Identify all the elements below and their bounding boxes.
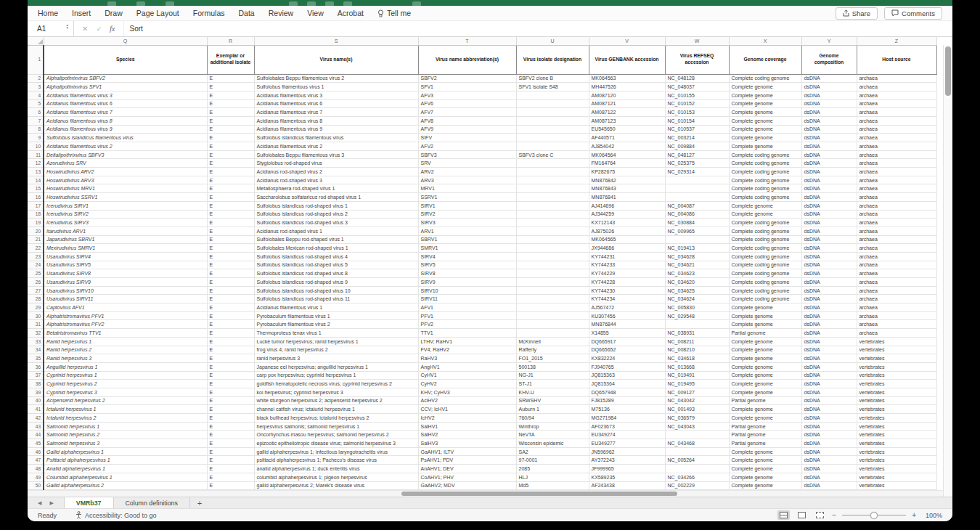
cell[interactable]: Betatristromavirus TTV1	[44, 329, 207, 338]
cell[interactable]: Complete coding genome	[729, 184, 801, 193]
ribbon-tab-draw[interactable]: Draw	[105, 9, 123, 17]
row-number-30[interactable]: 30	[28, 311, 44, 320]
cell[interactable]: archaea	[857, 201, 936, 210]
cell[interactable]: Sulfolobus filamentous virus 1	[254, 83, 418, 91]
cell[interactable]: E	[207, 125, 254, 134]
cell[interactable]: SFV1	[418, 83, 516, 91]
fx-icon[interactable]: fx	[110, 25, 115, 33]
cell[interactable]: Complete genome	[729, 346, 801, 354]
cell[interactable]: ST-J1	[516, 380, 589, 388]
cell[interactable]: 500138	[516, 362, 589, 371]
cell[interactable]: E	[207, 193, 254, 202]
cell[interactable]: Complete coding genome	[729, 235, 801, 244]
cell[interactable]: anatid alphaherpesvirus 1; duck enteriti…	[254, 465, 418, 473]
cell[interactable]: Acidianus filamentous virus 3	[44, 91, 207, 99]
normal-view-button[interactable]	[777, 510, 790, 520]
quick-access-icon[interactable]	[307, 1, 316, 6]
row-number-48[interactable]: 48	[28, 465, 44, 473]
cell[interactable]: AJ567472	[589, 303, 665, 312]
cell[interactable]: GaAHV2; MDV	[418, 481, 516, 490]
cell[interactable]: Acidianus filamentous virus 9	[254, 125, 418, 134]
cell[interactable]: JQ815364	[589, 380, 665, 388]
cell[interactable]: GaAHV1; ILTV	[418, 447, 516, 456]
cell[interactable]: E	[207, 337, 254, 346]
column-header-W[interactable]: W	[665, 37, 729, 45]
cell[interactable]	[665, 193, 729, 202]
cell[interactable]: DQ657948	[589, 388, 665, 396]
cell[interactable]: Complete genome	[729, 362, 801, 371]
cell[interactable]: E	[207, 447, 254, 456]
cell[interactable]: vertebrates	[857, 447, 936, 456]
cell[interactable]: Complete genome	[729, 116, 801, 125]
cell[interactable]: Complete genome	[729, 303, 801, 312]
cell[interactable]: KX712143	[589, 219, 665, 227]
cell[interactable]: Hoswirudivirus MRV1	[44, 184, 207, 193]
cell[interactable]: NC_034620	[665, 278, 729, 287]
cell[interactable]: archaea	[857, 176, 936, 184]
ribbon-tab-data[interactable]: Data	[239, 9, 255, 17]
cell[interactable]: Complete genome	[729, 320, 801, 329]
cell[interactable]: AM087123	[589, 116, 665, 125]
cell[interactable]: Sulfolobus islandicus rod-shaped virus 1…	[254, 295, 418, 303]
cell[interactable]: koi herpesvirus; cyprinid herpesvirus 3	[254, 388, 418, 396]
cell[interactable]: E	[207, 142, 254, 151]
cell[interactable]: archaea	[857, 210, 936, 219]
cell[interactable]: NC_019413	[665, 244, 729, 253]
cell[interactable]: Salmonid herpesvirus 3	[44, 439, 207, 448]
cell[interactable]	[665, 447, 729, 456]
cell[interactable]: Gallid alphaherpesvirus 2	[44, 481, 207, 490]
cell[interactable]: Complete genome	[729, 99, 801, 108]
name-box[interactable]: A1 ▲▼	[28, 21, 74, 36]
cell[interactable]: MH447526	[589, 83, 665, 91]
cell[interactable]: SIRV2	[418, 210, 516, 219]
cell[interactable]: SalHV2	[418, 431, 516, 439]
field-header[interactable]: Virus REFSEQ accession	[665, 45, 729, 74]
cell[interactable]: dsDNA	[801, 346, 857, 354]
cell[interactable]: Japarudivirus SBRV1	[44, 235, 207, 244]
cell[interactable]: Complete coding genome	[729, 261, 801, 269]
cell[interactable]: AFV3	[418, 91, 516, 99]
cell[interactable]: Partial genome	[729, 422, 801, 431]
cell[interactable]: NC_043042	[665, 396, 729, 405]
row-number-28[interactable]: 28	[28, 295, 44, 303]
cell[interactable]: SIRV11	[418, 295, 516, 303]
cell[interactable]: E	[207, 219, 254, 227]
cell[interactable]: Ranid herpesvirus 2	[44, 346, 207, 354]
cell[interactable]: carp pox herpesvirus; cyprinid herpesvir…	[254, 371, 418, 380]
cell[interactable]: Acidianus filamentous virus 1	[254, 303, 418, 312]
field-header[interactable]: Genome composition	[801, 45, 857, 74]
cell[interactable]	[516, 176, 589, 184]
cell[interactable]: E	[207, 295, 254, 303]
cell[interactable]: vertebrates	[857, 473, 936, 481]
row-number-2[interactable]: 2	[28, 74, 44, 83]
ribbon-tab-acrobat[interactable]: Acrobat	[338, 9, 364, 17]
cell[interactable]	[516, 201, 589, 210]
zoom-slider-thumb[interactable]	[870, 512, 878, 519]
page-layout-view-button[interactable]	[796, 510, 808, 520]
cell[interactable]: archaea	[857, 99, 936, 108]
cell[interactable]: Sulfolobus islandicus rod-shaped virus 8	[254, 269, 418, 278]
cell[interactable]: Complete genome	[729, 481, 801, 490]
cell[interactable]: E	[207, 244, 254, 253]
cell[interactable]: Sulfolobus islandicus filamentous virus	[254, 134, 418, 142]
cell[interactable]: dsDNA	[801, 74, 857, 83]
cell[interactable]: Anatid alphaherpesvirus 1	[44, 465, 207, 473]
cell[interactable]: NC_034625	[665, 286, 729, 295]
cell[interactable]: SIRV10	[418, 286, 516, 295]
cell[interactable]	[516, 210, 589, 219]
cell[interactable]: E	[207, 405, 254, 414]
cell[interactable]: archaea	[857, 168, 936, 176]
cell[interactable]: dsDNA	[801, 422, 857, 431]
cell[interactable]: NG-J1	[516, 371, 589, 380]
cell[interactable]: NC_013668	[665, 362, 729, 371]
cell[interactable]: vertebrates	[857, 456, 936, 465]
cell[interactable]: vertebrates	[857, 337, 936, 346]
cell[interactable]: MK064564	[589, 150, 665, 159]
tell-me-button[interactable]: Tell me	[377, 9, 411, 17]
cell[interactable]: gallid alphaherpesvirus 2; Marek's disea…	[254, 481, 418, 490]
cell[interactable]: Ictalurid herpesvirus 2	[44, 414, 207, 423]
row-number-46[interactable]: 46	[28, 447, 44, 456]
column-header-R[interactable]: R	[207, 37, 254, 45]
zoom-out-button[interactable]: −	[832, 511, 836, 519]
cell[interactable]: dsDNA	[801, 125, 857, 134]
